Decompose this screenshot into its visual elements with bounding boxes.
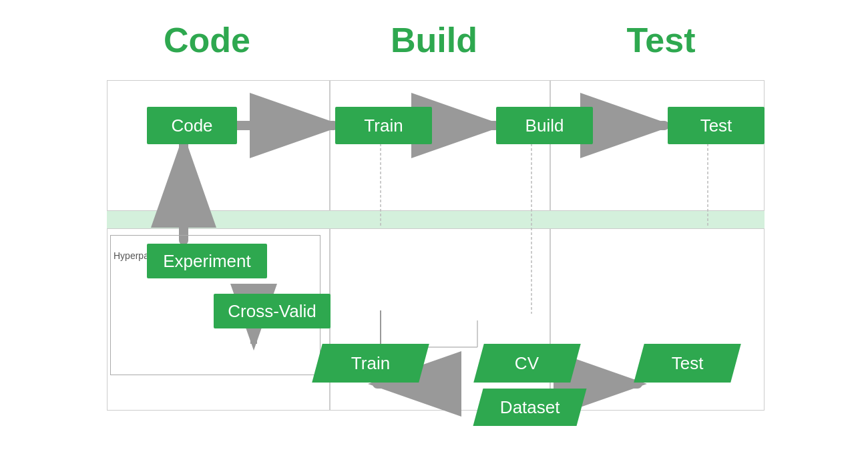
top-box <box>107 80 765 214</box>
crossvalid-box: Cross-Valid <box>214 294 331 328</box>
experiment-box: Experiment <box>147 244 267 278</box>
header-test: Test <box>548 20 775 60</box>
test-bottom-para: Test <box>634 344 741 383</box>
diagram-area: Code Train Build Test Hyperparameters Ex… <box>107 80 765 449</box>
dataset-para: Dataset <box>473 389 586 426</box>
header-build: Build <box>320 20 548 60</box>
train-bottom-para: Train <box>312 344 429 383</box>
cv-para: CV <box>473 344 581 383</box>
diagram-container: Code Build Test <box>0 0 868 476</box>
column-headers: Code Build Test <box>0 0 868 70</box>
highlight-band <box>107 210 765 229</box>
train-top-box: Train <box>335 107 432 144</box>
test-top-box: Test <box>668 107 765 144</box>
build-box: Build <box>496 107 593 144</box>
header-code: Code <box>93 20 320 60</box>
code-box: Code <box>147 107 237 144</box>
